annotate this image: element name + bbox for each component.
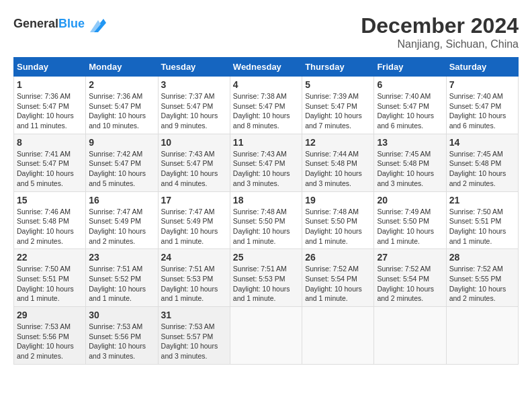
calendar-cell: 27 Sunrise: 7:52 AMSunset: 5:54 PMDaylig…	[374, 249, 446, 307]
calendar-cell: 22 Sunrise: 7:50 AMSunset: 5:51 PMDaylig…	[14, 249, 86, 307]
title-block: December 2024 Nanjiang, Sichuan, China	[361, 13, 519, 50]
day-number: 28	[449, 252, 515, 263]
header-monday: Monday	[86, 58, 158, 77]
header-saturday: Saturday	[446, 58, 518, 77]
day-info: Sunrise: 7:50 AMSunset: 5:51 PMDaylight:…	[17, 264, 83, 304]
logo-general: General	[13, 17, 58, 30]
calendar-cell: 3 Sunrise: 7:37 AMSunset: 5:47 PMDayligh…	[158, 77, 230, 134]
day-number: 16	[89, 195, 154, 205]
calendar-cell: 4 Sunrise: 7:38 AMSunset: 5:47 PMDayligh…	[230, 77, 302, 134]
calendar-cell: 2 Sunrise: 7:36 AMSunset: 5:47 PMDayligh…	[86, 77, 158, 134]
week-row-1: 1 Sunrise: 7:36 AMSunset: 5:47 PMDayligh…	[14, 77, 519, 134]
day-info: Sunrise: 7:49 AMSunset: 5:50 PMDaylight:…	[377, 207, 443, 246]
day-number: 29	[17, 310, 83, 320]
day-info: Sunrise: 7:51 AMSunset: 5:53 PMDaylight:…	[233, 264, 299, 304]
day-number: 15	[17, 195, 83, 205]
calendar-cell: 7 Sunrise: 7:40 AMSunset: 5:47 PMDayligh…	[446, 77, 518, 134]
calendar-cell: 13 Sunrise: 7:45 AMSunset: 5:48 PMDaylig…	[374, 134, 446, 191]
day-info: Sunrise: 7:52 AMSunset: 5:55 PMDaylight:…	[449, 264, 515, 304]
calendar-cell: 23 Sunrise: 7:51 AMSunset: 5:52 PMDaylig…	[86, 249, 158, 307]
logo-blue: Blue	[58, 17, 85, 30]
calendar-cell: 19 Sunrise: 7:48 AMSunset: 5:50 PMDaylig…	[302, 191, 374, 249]
calendar-cell	[230, 307, 302, 365]
header-sunday: Sunday	[14, 58, 86, 77]
day-info: Sunrise: 7:44 AMSunset: 5:48 PMDaylight:…	[305, 149, 371, 189]
day-number: 20	[377, 195, 443, 205]
day-info: Sunrise: 7:41 AMSunset: 5:47 PMDaylight:…	[17, 149, 83, 189]
day-info: Sunrise: 7:46 AMSunset: 5:48 PMDaylight:…	[17, 207, 83, 246]
day-info: Sunrise: 7:53 AMSunset: 5:56 PMDaylight:…	[17, 322, 83, 361]
calendar-cell: 9 Sunrise: 7:42 AMSunset: 5:47 PMDayligh…	[86, 134, 158, 191]
calendar-cell: 25 Sunrise: 7:51 AMSunset: 5:53 PMDaylig…	[230, 249, 302, 307]
day-number: 24	[161, 252, 227, 263]
calendar-cell: 30 Sunrise: 7:53 AMSunset: 5:56 PMDaylig…	[86, 307, 158, 365]
calendar-cell: 28 Sunrise: 7:52 AMSunset: 5:55 PMDaylig…	[446, 249, 518, 307]
day-number: 1	[17, 79, 83, 90]
day-info: Sunrise: 7:48 AMSunset: 5:50 PMDaylight:…	[233, 207, 299, 246]
day-info: Sunrise: 7:52 AMSunset: 5:54 PMDaylight:…	[377, 264, 443, 304]
calendar-cell: 12 Sunrise: 7:44 AMSunset: 5:48 PMDaylig…	[302, 134, 374, 191]
header-wednesday: Wednesday	[230, 58, 302, 77]
calendar-cell	[374, 307, 446, 365]
day-number: 31	[161, 310, 227, 320]
calendar-cell	[302, 307, 374, 365]
day-info: Sunrise: 7:42 AMSunset: 5:47 PMDaylight:…	[89, 149, 154, 189]
day-number: 23	[89, 252, 154, 263]
day-info: Sunrise: 7:39 AMSunset: 5:47 PMDaylight:…	[305, 91, 371, 131]
day-number: 22	[17, 252, 83, 263]
header-tuesday: Tuesday	[158, 58, 230, 77]
week-row-3: 15 Sunrise: 7:46 AMSunset: 5:48 PMDaylig…	[14, 191, 519, 249]
day-number: 27	[377, 252, 443, 263]
day-info: Sunrise: 7:40 AMSunset: 5:47 PMDaylight:…	[449, 91, 515, 131]
calendar-cell: 11 Sunrise: 7:43 AMSunset: 5:47 PMDaylig…	[230, 134, 302, 191]
day-info: Sunrise: 7:51 AMSunset: 5:52 PMDaylight:…	[89, 264, 154, 304]
day-number: 25	[233, 252, 299, 263]
day-info: Sunrise: 7:47 AMSunset: 5:49 PMDaylight:…	[89, 207, 154, 246]
calendar-cell: 18 Sunrise: 7:48 AMSunset: 5:50 PMDaylig…	[230, 191, 302, 249]
day-number: 21	[449, 195, 515, 205]
calendar-cell: 31 Sunrise: 7:53 AMSunset: 5:57 PMDaylig…	[158, 307, 230, 365]
day-number: 10	[161, 137, 227, 148]
calendar-cell: 26 Sunrise: 7:52 AMSunset: 5:54 PMDaylig…	[302, 249, 374, 307]
day-number: 9	[89, 137, 154, 148]
calendar-table: SundayMondayTuesdayWednesdayThursdayFrid…	[13, 57, 519, 365]
calendar-cell: 6 Sunrise: 7:40 AMSunset: 5:47 PMDayligh…	[374, 77, 446, 134]
calendar-cell: 17 Sunrise: 7:47 AMSunset: 5:49 PMDaylig…	[158, 191, 230, 249]
day-number: 19	[305, 195, 371, 205]
day-info: Sunrise: 7:40 AMSunset: 5:47 PMDaylight:…	[377, 91, 443, 131]
calendar-cell: 29 Sunrise: 7:53 AMSunset: 5:56 PMDaylig…	[14, 307, 86, 365]
calendar-cell: 10 Sunrise: 7:43 AMSunset: 5:47 PMDaylig…	[158, 134, 230, 191]
calendar-cell: 5 Sunrise: 7:39 AMSunset: 5:47 PMDayligh…	[302, 77, 374, 134]
day-number: 2	[89, 79, 154, 90]
logo: GeneralBlue	[13, 13, 109, 35]
calendar-cell: 8 Sunrise: 7:41 AMSunset: 5:47 PMDayligh…	[14, 134, 86, 191]
day-info: Sunrise: 7:45 AMSunset: 5:48 PMDaylight:…	[449, 149, 515, 189]
calendar-cell: 16 Sunrise: 7:47 AMSunset: 5:49 PMDaylig…	[86, 191, 158, 249]
day-info: Sunrise: 7:51 AMSunset: 5:53 PMDaylight:…	[161, 264, 227, 304]
day-info: Sunrise: 7:53 AMSunset: 5:57 PMDaylight:…	[161, 322, 227, 361]
calendar-cell: 1 Sunrise: 7:36 AMSunset: 5:47 PMDayligh…	[14, 77, 86, 134]
week-row-2: 8 Sunrise: 7:41 AMSunset: 5:47 PMDayligh…	[14, 134, 519, 191]
day-number: 14	[449, 137, 515, 148]
day-number: 17	[161, 195, 227, 205]
day-info: Sunrise: 7:47 AMSunset: 5:49 PMDaylight:…	[161, 207, 227, 246]
calendar-cell: 20 Sunrise: 7:49 AMSunset: 5:50 PMDaylig…	[374, 191, 446, 249]
week-row-4: 22 Sunrise: 7:50 AMSunset: 5:51 PMDaylig…	[14, 249, 519, 307]
day-info: Sunrise: 7:52 AMSunset: 5:54 PMDaylight:…	[305, 264, 371, 304]
calendar-cell: 15 Sunrise: 7:46 AMSunset: 5:48 PMDaylig…	[14, 191, 86, 249]
day-info: Sunrise: 7:43 AMSunset: 5:47 PMDaylight:…	[233, 149, 299, 189]
day-number: 8	[17, 137, 83, 148]
header-friday: Friday	[374, 58, 446, 77]
day-number: 11	[233, 137, 299, 148]
day-number: 26	[305, 252, 371, 263]
day-number: 12	[305, 137, 371, 148]
calendar-cell	[446, 307, 518, 365]
day-info: Sunrise: 7:36 AMSunset: 5:47 PMDaylight:…	[17, 91, 83, 131]
logo-icon	[87, 13, 109, 35]
calendar-cell: 14 Sunrise: 7:45 AMSunset: 5:48 PMDaylig…	[446, 134, 518, 191]
day-number: 30	[89, 310, 154, 320]
month-title: December 2024	[361, 13, 519, 38]
header-thursday: Thursday	[302, 58, 374, 77]
day-info: Sunrise: 7:36 AMSunset: 5:47 PMDaylight:…	[89, 91, 154, 131]
day-info: Sunrise: 7:48 AMSunset: 5:50 PMDaylight:…	[305, 207, 371, 246]
